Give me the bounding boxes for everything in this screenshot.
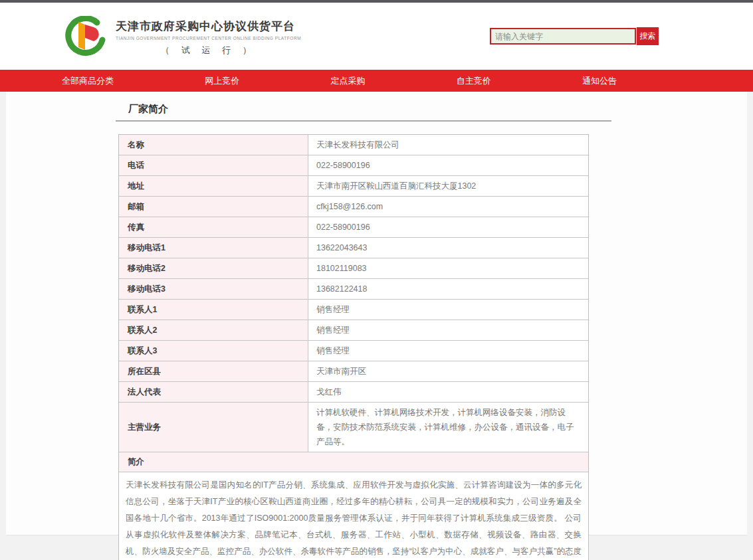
nav-list-item: 通知公告	[582, 74, 617, 87]
search-bar: 搜索	[490, 27, 659, 45]
field-label: 主营业务	[119, 403, 308, 452]
nav-item-designated-procurement[interactable]: 定点采购	[331, 76, 366, 86]
table-row: 电话022-58900196	[119, 155, 588, 176]
field-label: 移动电话1	[119, 238, 308, 258]
table-row: 所在区县天津市南开区	[119, 361, 588, 382]
brand-text: 天津市政府采购中心协议供货平台 TIANJIN GOVERNMENT PROCU…	[116, 15, 301, 56]
table-row: 联系人1销售经理	[119, 300, 588, 320]
field-label: 邮箱	[119, 197, 308, 217]
search-input[interactable]	[490, 28, 636, 45]
site-subtitle: TIANJIN GOVERNMENT PROCUREMENT CENTER ON…	[116, 36, 301, 41]
field-value: cfkj158@126.com	[308, 197, 588, 217]
field-value: 022-58900196	[308, 155, 588, 175]
field-label: 名称	[119, 135, 308, 155]
search-button[interactable]: 搜索	[637, 27, 659, 45]
field-value: 天津长发科技有限公司	[308, 135, 588, 155]
field-label: 联系人2	[119, 320, 308, 340]
field-label: 联系人1	[119, 300, 308, 320]
field-value: 戈红伟	[308, 382, 588, 402]
site-header: 天津市政府采购中心协议供货平台 TIANJIN GOVERNMENT PROCU…	[0, 3, 753, 70]
field-label: 电话	[119, 155, 308, 175]
field-value: 022-58900196	[308, 217, 588, 237]
vendor-info-rows: 名称天津长发科技有限公司电话022-58900196地址天津市南开区鞍山西道百脑…	[119, 135, 588, 452]
nav-list-item: 全部商品分类	[62, 74, 114, 87]
field-value: 天津市南开区	[308, 361, 588, 381]
table-row: 移动电话218102119083	[119, 258, 588, 279]
profile-section-header: 简介	[119, 452, 588, 472]
field-value: 18102119083	[308, 258, 588, 278]
field-label: 地址	[119, 176, 308, 196]
profile-section-text: 天津长发科技有限公司是国内知名的IT产品分销、系统集成、应用软件开发与虚拟化实施…	[119, 472, 588, 560]
field-value: 销售经理	[308, 300, 588, 320]
table-row: 法人代表戈红伟	[119, 382, 588, 403]
field-label: 移动电话2	[119, 258, 308, 278]
field-value: 销售经理	[308, 341, 588, 361]
nav-item-independent-bidding[interactable]: 自主竞价	[457, 76, 491, 86]
field-value: 销售经理	[308, 320, 588, 340]
nav-list: 全部商品分类网上竞价定点采购自主竞价通知公告	[0, 70, 753, 92]
nav-item-online-bidding[interactable]: 网上竞价	[205, 76, 239, 86]
field-value: 天津市南开区鞍山西道百脑汇科技大厦1302	[308, 176, 588, 196]
site-title: 天津市政府采购中心协议供货平台	[116, 19, 301, 34]
table-row: 邮箱cfkj158@126.com	[119, 197, 588, 217]
table-row: 传真022-58900196	[119, 217, 588, 238]
table-row: 地址天津市南开区鞍山西道百脑汇科技大厦1302	[119, 176, 588, 197]
table-row: 联系人3销售经理	[119, 341, 588, 361]
field-label: 联系人3	[119, 341, 308, 361]
field-label: 传真	[119, 217, 308, 237]
table-row: 主营业务计算机软硬件、计算机网络技术开发，计算机网络设备安装，消防设备，安防技术…	[119, 403, 588, 452]
table-row: 移动电话113622043643	[119, 238, 588, 258]
field-value: 13622043643	[308, 238, 588, 258]
field-value: 计算机软硬件、计算机网络技术开发，计算机网络设备安装，消防设备，安防技术防范系统…	[308, 403, 588, 452]
vendor-info-table: 名称天津长发科技有限公司电话022-58900196地址天津市南开区鞍山西道百脑…	[118, 134, 589, 560]
field-label: 法人代表	[119, 382, 308, 402]
nav-item-all-product-categories[interactable]: 全部商品分类	[62, 76, 114, 86]
title-divider	[116, 120, 611, 122]
table-row: 移动电话313682122418	[119, 279, 588, 300]
field-value: 13682122418	[308, 279, 588, 299]
field-label: 所在区县	[119, 361, 308, 381]
site-logo-icon	[58, 16, 106, 58]
nav-list-item: 自主竞价	[457, 74, 491, 87]
nav-item-notice-announcements[interactable]: 通知公告	[582, 76, 617, 86]
nav-list-item: 定点采购	[331, 74, 366, 87]
brand[interactable]: 天津市政府采购中心协议供货平台 TIANJIN GOVERNMENT PROCU…	[58, 15, 301, 58]
content-area: 厂家简介 名称天津长发科技有限公司电话022-58900196地址天津市南开区鞍…	[0, 92, 753, 560]
table-row: 联系人2销售经理	[119, 320, 588, 341]
table-row: 名称天津长发科技有限公司	[119, 135, 588, 155]
trial-run-label: （ 试 运 行 ）	[116, 45, 301, 56]
nav-list-item: 网上竞价	[205, 74, 239, 87]
page-title: 厂家简介	[6, 92, 747, 116]
content-card: 厂家简介 名称天津长发科技有限公司电话022-58900196地址天津市南开区鞍…	[6, 92, 747, 535]
field-label: 移动电话3	[119, 279, 308, 299]
main-nav: 全部商品分类网上竞价定点采购自主竞价通知公告	[0, 70, 753, 92]
